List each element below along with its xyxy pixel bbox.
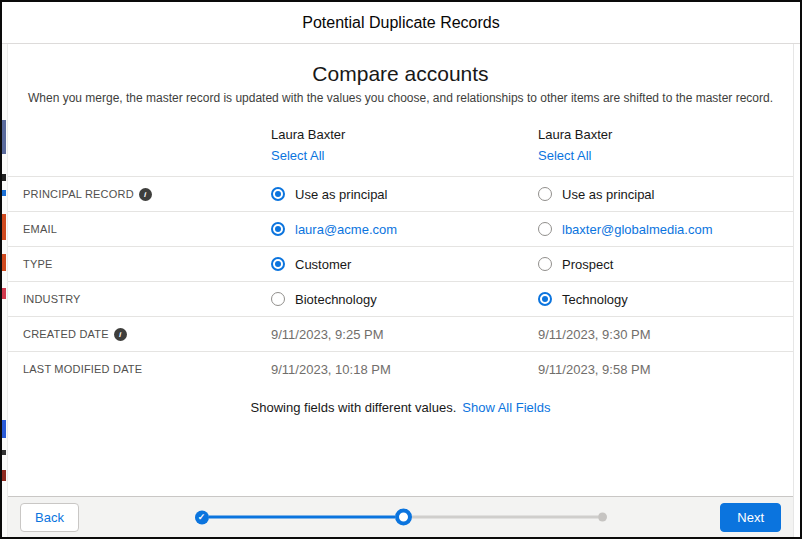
progress-indicator: ✓ [195, 509, 607, 526]
option-cell: Customer [271, 257, 538, 272]
value-text: 9/11/2023, 9:25 PM [271, 327, 384, 342]
option-label[interactable]: Technology [562, 292, 628, 307]
progress-step-3 [598, 513, 607, 522]
show-all-fields-link[interactable]: Show All Fields [462, 400, 550, 415]
radio-button[interactable] [271, 257, 285, 271]
background-page-sliver [793, 44, 800, 537]
table-row-email: EMAIL laura@acme.com lbaxter@globalmedia… [8, 211, 793, 246]
background-artifact [2, 470, 6, 481]
option-cell: Biotechnology [271, 292, 538, 307]
option-label[interactable]: Biotechnology [295, 292, 377, 307]
field-label: LAST MODIFIED DATE [23, 363, 142, 375]
option-cell: laura@acme.com [271, 222, 538, 237]
check-icon: ✓ [198, 513, 206, 522]
radio-button[interactable] [538, 187, 552, 201]
background-artifact [2, 174, 6, 181]
record-name: Laura Baxter [271, 127, 538, 142]
value-text: 9/11/2023, 9:58 PM [538, 362, 651, 377]
note-text: Showing fields with different values. [251, 400, 457, 415]
table-row-last-modified-date: LAST MODIFIED DATE 9/11/2023, 10:18 PM 9… [8, 351, 793, 386]
option-label[interactable]: lbaxter@globalmedia.com [562, 222, 713, 237]
compare-panel: Compare accounts When you merge, the mas… [7, 44, 793, 537]
field-label: PRINCIPAL RECORD [23, 188, 134, 200]
background-artifact [2, 420, 6, 438]
column-headers: Laura Baxter Select All Laura Baxter Sel… [8, 127, 793, 176]
table-row-industry: INDUSTRY Biotechnology Technology [8, 281, 793, 316]
value-cell: 9/11/2023, 9:30 PM [538, 327, 793, 342]
background-artifact [2, 254, 6, 271]
background-artifact [2, 214, 6, 240]
background-artifact [2, 450, 6, 455]
radio-button[interactable] [271, 222, 285, 236]
progress-step-2 [395, 509, 412, 526]
value-cell: 9/11/2023, 9:25 PM [271, 327, 538, 342]
background-artifact [2, 120, 6, 154]
option-cell: lbaxter@globalmedia.com [538, 222, 793, 237]
value-text: 9/11/2023, 9:30 PM [538, 327, 651, 342]
radio-button[interactable] [538, 257, 552, 271]
progress-step-1: ✓ [195, 510, 209, 524]
option-label[interactable]: laura@acme.com [295, 222, 397, 237]
background-artifact [2, 190, 6, 196]
background-artifact [2, 288, 6, 299]
radio-button[interactable] [271, 292, 285, 306]
option-cell: Use as principal [271, 187, 538, 202]
radio-button[interactable] [538, 292, 552, 306]
column-header-right: Laura Baxter Select All [538, 127, 793, 164]
table-row-principal-record: PRINCIPAL RECORD i Use as principal Use … [8, 176, 793, 211]
footer-bar: Back ✓ Next [8, 496, 793, 537]
radio-button[interactable] [271, 187, 285, 201]
modal-title: Potential Duplicate Records [302, 14, 499, 32]
back-button[interactable]: Back [20, 503, 79, 532]
value-cell: 9/11/2023, 9:58 PM [538, 362, 793, 377]
option-label[interactable]: Prospect [562, 257, 613, 272]
info-icon: i [139, 188, 152, 201]
table-row-type: TYPE Customer Prospect [8, 246, 793, 281]
progress-connector [412, 516, 598, 519]
progress-connector [209, 516, 395, 519]
info-icon: i [114, 328, 127, 341]
field-label: EMAIL [23, 223, 57, 235]
option-cell: Prospect [538, 257, 793, 272]
modal-header: Potential Duplicate Records [2, 2, 800, 44]
value-text: 9/11/2023, 10:18 PM [271, 362, 391, 377]
option-label[interactable]: Customer [295, 257, 351, 272]
fields-note: Showing fields with different values.Sho… [8, 400, 793, 415]
option-cell: Technology [538, 292, 793, 307]
field-label: TYPE [23, 258, 53, 270]
option-label[interactable]: Use as principal [295, 187, 388, 202]
page-title: Compare accounts [8, 62, 793, 86]
table-row-created-date: CREATED DATE i 9/11/2023, 9:25 PM 9/11/2… [8, 316, 793, 351]
field-label: INDUSTRY [23, 293, 81, 305]
modal-window: Potential Duplicate Records Compare acco… [0, 0, 802, 539]
option-cell: Use as principal [538, 187, 793, 202]
select-all-link[interactable]: Select All [271, 148, 324, 163]
select-all-link[interactable]: Select All [538, 148, 591, 163]
next-button[interactable]: Next [720, 503, 781, 532]
field-label: CREATED DATE [23, 328, 109, 340]
radio-button[interactable] [538, 222, 552, 236]
page-subtitle: When you merge, the master record is upd… [8, 91, 793, 105]
value-cell: 9/11/2023, 10:18 PM [271, 362, 538, 377]
column-header-left: Laura Baxter Select All [271, 127, 538, 164]
record-name: Laura Baxter [538, 127, 793, 142]
background-page-sliver [2, 44, 7, 537]
option-label[interactable]: Use as principal [562, 187, 655, 202]
